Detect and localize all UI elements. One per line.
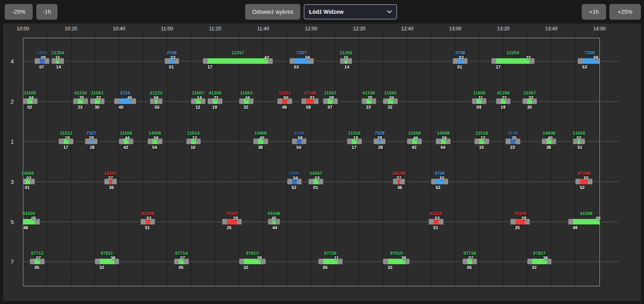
train-occupancy-bar[interactable] <box>290 58 314 64</box>
zoom-out-button[interactable]: -25% <box>5 4 33 20</box>
arrival-minute-label: 07 <box>39 65 44 69</box>
train-number-label: 41208 <box>497 91 510 95</box>
pan-forward-button[interactable]: +1h <box>582 4 606 20</box>
train-number-label: 11512 <box>60 131 72 135</box>
arrival-minute-label: 19 <box>501 105 505 109</box>
train-number-label: 7329 <box>374 131 385 135</box>
arrival-minute-label: 42 <box>412 145 417 150</box>
departure-minute-label: 44 <box>413 135 418 140</box>
train-number-label: 21222 <box>150 91 162 95</box>
arrival-minute-label: 05 <box>34 265 39 270</box>
train-number-label: 11563 <box>240 91 252 95</box>
arrival-minute-label: 32 <box>532 265 536 270</box>
train-number-label: 97718 <box>463 251 476 256</box>
train-occupancy-bar[interactable] <box>568 219 599 224</box>
track-label: 4 <box>3 58 21 65</box>
arrival-minute-label: 28 <box>90 145 95 150</box>
arrival-minute-label: 51 <box>145 225 150 230</box>
departure-minute-label: 03 <box>26 176 31 180</box>
departure-minute-label: 01 <box>310 95 315 100</box>
departure-minute-label: 15 <box>55 55 60 60</box>
train-number-label: 61110 <box>430 211 442 216</box>
arrival-minute-label: 17 <box>496 65 501 69</box>
arrival-minute-label: 23 <box>78 105 82 109</box>
train-occupancy-bar[interactable] <box>95 259 119 264</box>
train-number-label: 41508 <box>580 211 592 216</box>
time-axis-label: 12:20 <box>353 26 365 32</box>
station-select-value: Łódź Widzew <box>309 9 344 15</box>
departure-minute-label: 59 <box>305 55 310 60</box>
train-number-label: 97714 <box>175 251 188 256</box>
departure-minute-label: 14 <box>197 95 202 100</box>
departure-minute-label: 54 <box>293 176 298 180</box>
departure-minute-label: 07 <box>36 256 41 260</box>
train-number-label: 11607 <box>192 91 204 95</box>
train-number-label: 41234 <box>74 91 87 95</box>
train-number-label: 11507 <box>324 91 337 95</box>
arrival-minute-label: 42 <box>123 145 128 150</box>
train-number-label: 14557 <box>310 171 322 176</box>
departure-minute-label: 04 <box>29 95 34 100</box>
train-number-label: 41236 <box>363 91 375 95</box>
train-number-label: 11656 <box>120 131 132 135</box>
time-axis-label: 13:40 <box>545 26 557 32</box>
arrival-minute-label: 44 <box>272 225 277 230</box>
arrival-minute-label: 32 <box>244 265 248 270</box>
time-axis-label: 14:00 <box>593 26 605 32</box>
train-occupancy-bar[interactable] <box>203 58 273 64</box>
departure-minute-label: 45 <box>127 95 132 100</box>
plot-border <box>23 38 600 286</box>
arrival-minute-label: 52 <box>580 185 584 190</box>
departure-minute-label: 40 <box>259 135 264 140</box>
train-number-label: 74107 <box>225 211 238 216</box>
arrival-minute-label: 32 <box>99 265 104 270</box>
train-occupancy-bar[interactable] <box>510 219 530 224</box>
departure-minute-label: 11 <box>478 95 483 100</box>
departure-minute-label: 34 <box>245 95 250 100</box>
app-window: -25% -1h Odswież wykres Łódź Widzew +1h … <box>0 0 644 304</box>
departure-minute-label: 09 <box>41 55 46 60</box>
arrival-minute-label: 01 <box>313 185 318 190</box>
departure-minute-label: 37 <box>396 176 401 180</box>
arrival-minute-label: 53 <box>294 65 299 69</box>
departure-minute-label: 55 <box>584 176 588 180</box>
train-number-label: 3726 <box>435 171 445 176</box>
departure-minute-label: 56 <box>442 135 447 140</box>
departure-minute-label: 19 <box>65 135 70 140</box>
arrival-minute-label: 01 <box>457 65 462 69</box>
train-number-label: 7209 <box>585 50 595 55</box>
departure-minute-label: 05 <box>31 216 36 221</box>
train-number-label: 9136 <box>294 131 304 135</box>
toolbar: -25% -1h Odswież wykres Łódź Widzew +1h … <box>0 0 644 24</box>
refresh-chart-button[interactable]: Odswież wykres <box>245 4 300 20</box>
train-number-label: 11567 <box>524 91 536 95</box>
time-axis-label: 10:20 <box>65 26 77 32</box>
departure-minute-label: 12 <box>192 135 197 140</box>
pan-back-button[interactable]: -1h <box>36 4 58 20</box>
arrival-minute-label: 32 <box>388 265 393 270</box>
departure-minute-label: 37 <box>108 176 113 180</box>
arrival-minute-label: 05 <box>467 265 472 270</box>
train-number-label: 11101 <box>279 91 291 95</box>
train-number-label: 11565 <box>384 91 396 95</box>
track-label: 1 <box>3 138 21 145</box>
arrival-minute-label: 17 <box>63 145 68 150</box>
arrival-minute-label: 09 <box>476 105 481 109</box>
arrival-minute-label: 25 <box>227 225 231 230</box>
departure-minute-label: 03 <box>315 176 320 180</box>
train-occupancy-bar[interactable] <box>114 98 136 104</box>
zoom-in-button[interactable]: +25% <box>609 4 641 20</box>
train-number-label: 41206 <box>209 91 221 95</box>
station-select[interactable]: Łódź Widzew <box>304 4 397 19</box>
time-axis-label: 13:00 <box>449 26 462 32</box>
train-number-label: 14555 <box>21 171 34 176</box>
train-occupancy-bar[interactable] <box>222 219 242 224</box>
train-number-label: 9138 <box>508 131 518 135</box>
train-occupancy-bar[interactable] <box>527 259 551 264</box>
train-number-label: 11556 <box>573 131 585 135</box>
arrival-minute-label: 28 <box>378 145 383 150</box>
arrival-minute-label: 10 <box>191 145 195 150</box>
arrival-minute-label: 25 <box>515 225 520 230</box>
train-number-label: 11658 <box>408 131 421 135</box>
train-number-label: 97817 <box>533 251 546 256</box>
